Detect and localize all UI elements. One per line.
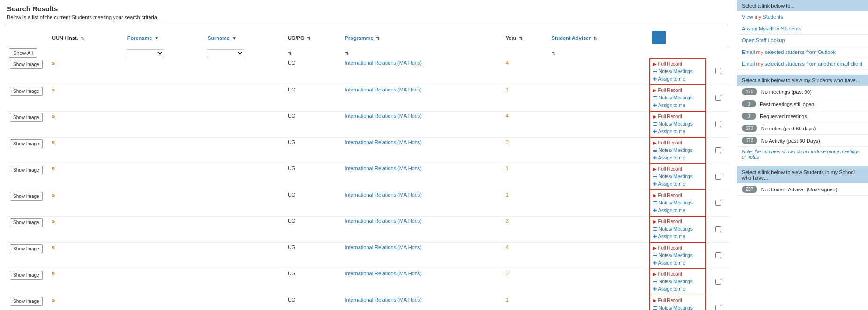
show-image-button[interactable]: Show Image	[10, 166, 43, 174]
row-checkbox[interactable]	[715, 226, 721, 232]
uun-link[interactable]: s	[52, 166, 55, 171]
uun-link[interactable]: s	[52, 192, 55, 197]
uun-link[interactable]: s	[52, 297, 55, 302]
programme-link[interactable]: International Relations (MA Hons)	[345, 192, 422, 197]
stat-no-adviser[interactable]: 237 No Student Adviser (Unassigned)	[737, 183, 868, 196]
ugpg-sort-btn[interactable]: ⇅	[287, 51, 292, 56]
sort-forename[interactable]: ▼	[153, 36, 160, 41]
sidebar-link-open-staff[interactable]: Open Staff Lookup	[737, 35, 868, 46]
full-record-link[interactable]: ▶Full Record	[653, 271, 703, 278]
select-all-button[interactable]	[652, 31, 666, 44]
programme-link[interactable]: International Relations (MA Hons)	[345, 60, 422, 66]
table-row: Show ImagesUGInternational Relations (MA…	[7, 137, 730, 164]
adviser-sort-btn[interactable]: ⇅	[551, 51, 556, 56]
sidebar-link-email-outlook[interactable]: Email my selected students from Outlook	[737, 46, 868, 58]
assign-to-me-link[interactable]: ✚Assign to me	[653, 207, 703, 214]
programme-link[interactable]: International Relations (MA Hons)	[345, 166, 422, 171]
show-image-button[interactable]: Show Image	[10, 192, 43, 201]
assign-to-me-link[interactable]: ✚Assign to me	[653, 102, 703, 109]
full-record-link[interactable]: ▶Full Record	[653, 166, 703, 173]
year-cell: 4	[503, 242, 549, 269]
sort-year[interactable]: ⇅	[518, 36, 524, 41]
row-checkbox[interactable]	[715, 121, 721, 127]
sidebar-link-email-other[interactable]: Email my selected students from another …	[737, 58, 868, 70]
notes-meetings-link[interactable]: ☰Notes/ Meetings	[653, 226, 703, 233]
uun-link[interactable]: s	[52, 271, 55, 276]
assign-to-me-link[interactable]: ✚Assign to me	[653, 286, 703, 293]
row-checkbox[interactable]	[715, 305, 721, 310]
sidebar-link-assign-myself[interactable]: Assign Myself to Students	[737, 23, 868, 35]
stat-past-meetings-open[interactable]: 0 Past meetings still open	[737, 98, 868, 110]
assign-to-me-link[interactable]: ✚Assign to me	[653, 128, 703, 136]
uun-link[interactable]: s	[52, 60, 55, 66]
notes-meetings-link[interactable]: ☰Notes/ Meetings	[653, 252, 703, 259]
programme-link[interactable]: International Relations (MA Hons)	[345, 113, 422, 119]
sort-ugpg[interactable]: ⇅	[306, 36, 312, 41]
notes-meetings-link[interactable]: ☰Notes/ Meetings	[653, 94, 703, 102]
row-checkbox[interactable]	[715, 174, 721, 180]
assign-to-me-link[interactable]: ✚Assign to me	[653, 259, 703, 267]
full-record-link[interactable]: ▶Full Record	[653, 139, 703, 147]
record-actions-cell: ▶Full Record☰Notes/ Meetings✚Assign to m…	[650, 164, 706, 190]
row-checkbox[interactable]	[715, 147, 721, 153]
stat-no-activity[interactable]: 173 No Activity (past 60 Days)	[737, 135, 868, 147]
full-record-link[interactable]: ▶Full Record	[653, 244, 703, 252]
full-record-link[interactable]: ▶Full Record	[653, 192, 703, 199]
stat-badge-past-open: 0	[742, 100, 756, 107]
assign-to-me-link[interactable]: ✚Assign to me	[653, 154, 703, 162]
full-record-link[interactable]: ▶Full Record	[653, 218, 703, 226]
sort-uun[interactable]: ⇅	[80, 36, 85, 41]
show-image-button[interactable]: Show Image	[10, 87, 43, 96]
programme-link[interactable]: International Relations (MA Hons)	[345, 87, 422, 92]
show-all-button[interactable]: Show All	[9, 48, 37, 58]
uun-link[interactable]: s	[52, 244, 55, 250]
full-record-link[interactable]: ▶Full Record	[653, 87, 703, 94]
assign-to-me-link[interactable]: ✚Assign to me	[653, 233, 703, 241]
filter-surname	[205, 47, 285, 59]
row-checkbox[interactable]	[715, 279, 721, 285]
uun-link[interactable]: s	[52, 113, 55, 119]
surname-filter-select[interactable]	[207, 49, 244, 57]
show-image-button[interactable]: Show Image	[10, 297, 43, 306]
notes-meetings-link[interactable]: ☰Notes/ Meetings	[653, 199, 703, 207]
uun-link[interactable]: s	[52, 87, 55, 92]
programme-link[interactable]: International Relations (MA Hons)	[345, 271, 422, 276]
notes-meetings-link[interactable]: ☰Notes/ Meetings	[653, 68, 703, 76]
sort-adviser[interactable]: ⇅	[592, 36, 598, 41]
programme-sort-btn[interactable]: ⇅	[344, 51, 350, 56]
uun-link[interactable]: s	[52, 139, 55, 145]
forename-filter-select[interactable]	[127, 49, 164, 57]
stat-no-meetings[interactable]: 173 No meetings (past 90)	[737, 86, 868, 98]
stat-no-notes[interactable]: 173 No notes (past 60 days)	[737, 122, 868, 135]
show-image-button[interactable]: Show Image	[10, 218, 43, 227]
full-record-link[interactable]: ▶Full Record	[653, 113, 703, 121]
uun-cell: s	[49, 190, 125, 216]
show-image-button[interactable]: Show Image	[10, 139, 43, 148]
programme-link[interactable]: International Relations (MA Hons)	[345, 244, 422, 250]
row-checkbox[interactable]	[715, 68, 721, 74]
row-checkbox[interactable]	[715, 200, 721, 206]
uun-link[interactable]: s	[52, 218, 55, 224]
full-record-link[interactable]: ▶Full Record	[653, 297, 703, 304]
show-image-button[interactable]: Show Image	[10, 113, 43, 122]
notes-meetings-link[interactable]: ☰Notes/ Meetings	[653, 147, 703, 154]
notes-meetings-link[interactable]: ☰Notes/ Meetings	[653, 173, 703, 181]
sort-surname[interactable]: ▼	[231, 36, 238, 41]
show-image-button[interactable]: Show Image	[10, 60, 43, 69]
stat-requested-meetings[interactable]: 0 Requested meetings	[737, 110, 868, 122]
programme-link[interactable]: International Relations (MA Hons)	[345, 139, 422, 145]
row-checkbox[interactable]	[715, 252, 721, 258]
show-image-button[interactable]: Show Image	[10, 244, 43, 253]
row-checkbox[interactable]	[715, 95, 721, 101]
full-record-link[interactable]: ▶Full Record	[653, 60, 703, 68]
sort-programme[interactable]: ⇅	[375, 36, 381, 41]
assign-to-me-link[interactable]: ✚Assign to me	[653, 181, 703, 188]
notes-meetings-link[interactable]: ☰Notes/ Meetings	[653, 304, 703, 310]
notes-meetings-link[interactable]: ☰Notes/ Meetings	[653, 121, 703, 128]
programme-link[interactable]: International Relations (MA Hons)	[345, 297, 422, 302]
assign-to-me-link[interactable]: ✚Assign to me	[653, 76, 703, 83]
sidebar-link-view-students[interactable]: View my Students	[737, 11, 868, 23]
programme-link[interactable]: International Relations (MA Hons)	[345, 218, 422, 224]
show-image-button[interactable]: Show Image	[10, 271, 43, 280]
notes-meetings-link[interactable]: ☰Notes/ Meetings	[653, 278, 703, 286]
